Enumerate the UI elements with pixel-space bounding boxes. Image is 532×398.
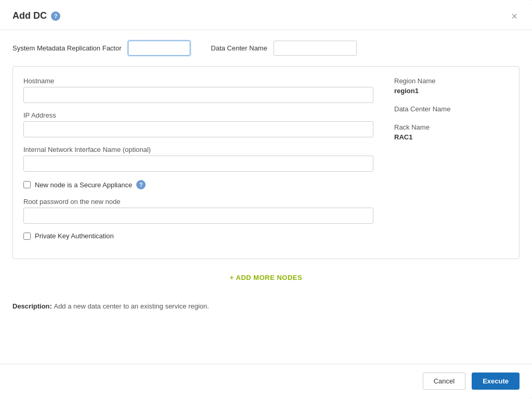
- hostname-input[interactable]: [23, 87, 373, 103]
- rack-name-group: Rack Name RAC1: [394, 123, 509, 141]
- add-more-nodes-button[interactable]: + ADD MORE NODES: [230, 269, 302, 286]
- ip-address-label: IP Address: [23, 111, 373, 119]
- node-right-panel: Region Name region1 Data Center Name Rac…: [394, 77, 509, 248]
- secure-appliance-label: New node is a Secure Appliance: [35, 181, 132, 189]
- data-center-name-input[interactable]: [274, 41, 357, 56]
- modal-footer: Cancel Execute: [0, 364, 532, 398]
- private-key-label: Private Key Authentication: [35, 232, 114, 240]
- description-text: Add a new data center to an existing ser…: [54, 302, 209, 310]
- internal-network-field: Internal Network Interface Name (optiona…: [23, 146, 373, 172]
- node-container: Hostname IP Address Internal Network Int…: [12, 66, 520, 259]
- replication-factor-group: System Metadata Replication Factor: [12, 41, 190, 56]
- modal-body: System Metadata Replication Factor Data …: [0, 30, 532, 364]
- close-button[interactable]: ×: [509, 11, 520, 21]
- private-key-checkbox[interactable]: [23, 233, 31, 240]
- secure-appliance-checkbox[interactable]: [23, 181, 31, 188]
- help-icon[interactable]: ?: [51, 11, 60, 21]
- right-data-center-name-group: Data Center Name: [394, 105, 509, 113]
- cancel-button[interactable]: Cancel: [423, 373, 465, 390]
- region-name-label: Region Name: [394, 77, 509, 85]
- modal-title-area: Add DC ?: [12, 10, 60, 21]
- secure-appliance-row: New node is a Secure Appliance ?: [23, 180, 373, 189]
- secure-appliance-help-icon[interactable]: ?: [136, 180, 146, 189]
- node-left-panel: Hostname IP Address Internal Network Int…: [23, 77, 373, 248]
- right-data-center-name-label: Data Center Name: [394, 105, 509, 113]
- hostname-label: Hostname: [23, 77, 373, 85]
- add-dc-modal: Add DC ? × System Metadata Replication F…: [0, 0, 532, 398]
- hostname-field: Hostname: [23, 77, 373, 103]
- node-grid: Hostname IP Address Internal Network Int…: [23, 77, 509, 248]
- internal-network-label: Internal Network Interface Name (optiona…: [23, 146, 373, 153]
- rack-name-value: RAC1: [394, 133, 509, 141]
- description-section: Description: Add a new data center to an…: [12, 296, 520, 316]
- description-label: Description:: [12, 302, 54, 310]
- region-name-value: region1: [394, 87, 509, 95]
- modal-header: Add DC ? ×: [0, 0, 532, 30]
- root-password-input[interactable]: [23, 208, 373, 224]
- internal-network-input[interactable]: [23, 156, 373, 172]
- top-fields-row: System Metadata Replication Factor Data …: [12, 41, 520, 56]
- ip-address-field: IP Address: [23, 111, 373, 137]
- modal-title: Add DC: [12, 10, 47, 21]
- data-center-name-group: Data Center Name: [211, 41, 357, 56]
- private-key-row: Private Key Authentication: [23, 232, 373, 240]
- data-center-name-label: Data Center Name: [211, 44, 267, 52]
- replication-factor-input[interactable]: [128, 41, 190, 56]
- ip-address-input[interactable]: [23, 121, 373, 137]
- root-password-label: Root password on the new node: [23, 198, 373, 206]
- region-name-group: Region Name region1: [394, 77, 509, 95]
- replication-factor-label: System Metadata Replication Factor: [12, 44, 122, 52]
- rack-name-label: Rack Name: [394, 123, 509, 131]
- root-password-field: Root password on the new node: [23, 198, 373, 224]
- execute-button[interactable]: Execute: [472, 373, 520, 390]
- add-nodes-section: + ADD MORE NODES: [12, 269, 520, 286]
